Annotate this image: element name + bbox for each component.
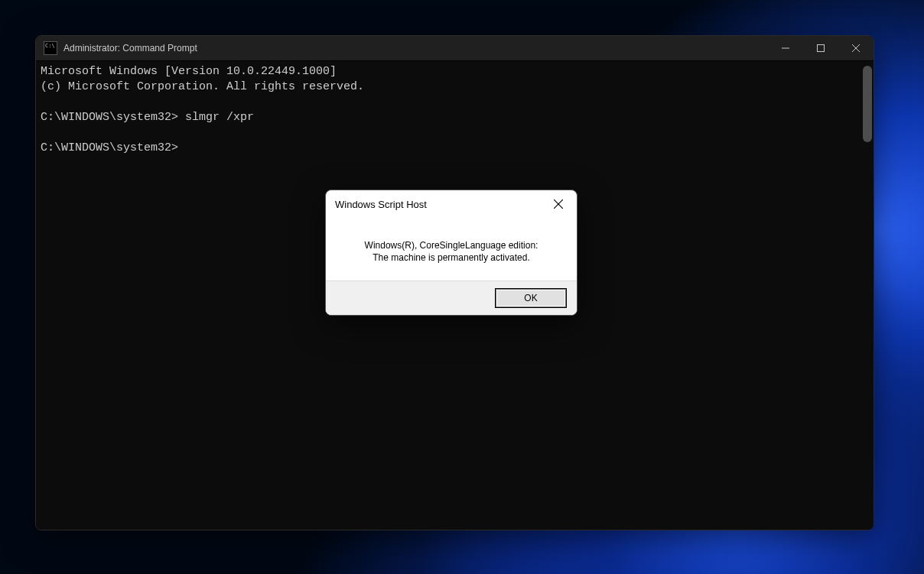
dialog-footer: OK [326, 281, 577, 315]
dialog-message: Windows(R), CoreSingleLanguage edition: … [326, 218, 577, 281]
titlebar[interactable]: Administrator: Command Prompt [36, 36, 874, 61]
cmd-icon [44, 41, 57, 55]
dialog-titlebar[interactable]: Windows Script Host [326, 190, 577, 218]
maximize-button[interactable] [803, 36, 838, 60]
window-title: Administrator: Command Prompt [63, 43, 768, 54]
scrollbar-thumb[interactable] [863, 66, 872, 142]
dialog-title: Windows Script Host [335, 199, 543, 210]
script-host-dialog: Windows Script Host Windows(R), CoreSing… [325, 190, 578, 316]
minimize-button[interactable] [768, 36, 803, 60]
dialog-close-button[interactable] [543, 192, 574, 216]
dialog-message-line: The machine is permanently activated. [373, 252, 529, 263]
dialog-message-line: Windows(R), CoreSingleLanguage edition: [365, 240, 538, 251]
terminal-line: (c) Microsoft Corporation. All rights re… [41, 80, 364, 93]
ok-button[interactable]: OK [496, 289, 566, 307]
terminal-prompt: C:\WINDOWS\system32> [41, 141, 178, 154]
terminal-prompt: C:\WINDOWS\system32> slmgr /xpr [41, 111, 254, 124]
terminal-line: Microsoft Windows [Version 10.0.22449.10… [41, 65, 337, 78]
svg-rect-1 [818, 45, 825, 52]
close-button[interactable] [838, 36, 874, 60]
